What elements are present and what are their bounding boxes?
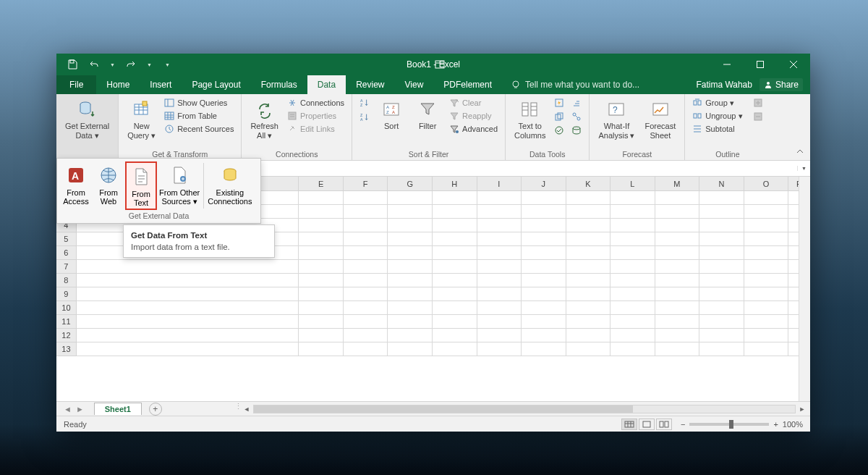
scroll-left-icon[interactable]: ◄ (242, 404, 252, 414)
cell[interactable] (744, 246, 789, 260)
cell[interactable] (522, 246, 566, 260)
cell[interactable] (299, 232, 344, 246)
cell[interactable] (388, 329, 433, 342)
cell[interactable] (477, 246, 522, 260)
what-if-analysis-button[interactable]: ? What-If Analysis ▾ (595, 97, 637, 141)
from-text-button[interactable]: From Text (125, 161, 157, 210)
cell[interactable] (477, 287, 522, 301)
ungroup-button[interactable]: Ungroup ▾ (691, 110, 744, 122)
cell[interactable] (344, 274, 388, 287)
cell[interactable] (388, 260, 433, 274)
cell[interactable] (388, 301, 433, 315)
cell[interactable] (610, 301, 655, 315)
cell[interactable] (477, 191, 522, 205)
column-header[interactable]: G (388, 177, 433, 191)
cell[interactable] (477, 274, 522, 287)
cell[interactable] (655, 232, 700, 246)
page-break-view-button[interactable] (656, 419, 672, 430)
sheet-nav-prev-icon[interactable]: ◄ (64, 405, 72, 413)
sheet-nav-next-icon[interactable]: ► (76, 405, 84, 413)
cell[interactable] (655, 219, 700, 232)
cell[interactable] (344, 301, 388, 315)
cell[interactable] (433, 219, 477, 232)
cell[interactable] (477, 205, 522, 219)
cell[interactable] (299, 274, 344, 287)
new-sheet-button[interactable]: + (149, 403, 162, 416)
cell[interactable] (522, 315, 566, 329)
column-header[interactable]: I (477, 177, 522, 191)
cell[interactable] (299, 191, 344, 205)
row-header[interactable]: 9 (56, 287, 77, 301)
cell[interactable] (610, 329, 655, 342)
cell[interactable] (699, 301, 744, 315)
row-header[interactable]: 12 (56, 329, 77, 342)
manage-data-model-button[interactable] (570, 125, 583, 136)
cell[interactable] (522, 342, 566, 356)
cell[interactable] (299, 260, 344, 274)
cell[interactable] (344, 232, 388, 246)
cell[interactable] (566, 315, 611, 329)
cell[interactable] (566, 287, 611, 301)
cell[interactable] (744, 232, 789, 246)
cell[interactable] (388, 274, 433, 287)
cell[interactable] (566, 205, 611, 219)
column-header[interactable]: L (610, 177, 655, 191)
cell[interactable] (522, 205, 566, 219)
sort-ascending-button[interactable]: AZ (358, 97, 371, 109)
cell[interactable] (433, 342, 477, 356)
cell[interactable] (522, 232, 566, 246)
column-header[interactable]: J (522, 177, 566, 191)
cell[interactable] (299, 205, 344, 219)
cell[interactable] (566, 191, 611, 205)
undo-icon[interactable] (88, 59, 100, 70)
cell[interactable] (433, 329, 477, 342)
undo-dropdown-icon[interactable]: ▼ (110, 62, 115, 67)
cell[interactable] (477, 301, 522, 315)
cell[interactable] (699, 342, 744, 356)
recent-sources-button[interactable]: Recent Sources (163, 123, 235, 135)
row-header[interactable]: 10 (56, 301, 77, 315)
tab-view[interactable]: View (395, 75, 434, 94)
cell[interactable] (610, 260, 655, 274)
cell[interactable] (655, 342, 700, 356)
cell[interactable] (77, 329, 299, 342)
cell[interactable] (299, 301, 344, 315)
cell[interactable] (699, 315, 744, 329)
existing-connections-button[interactable]: Existing Connections (206, 161, 253, 210)
cell[interactable] (522, 329, 566, 342)
column-header[interactable]: F (344, 177, 388, 191)
cell[interactable] (388, 205, 433, 219)
cell[interactable] (299, 315, 344, 329)
cell[interactable] (610, 287, 655, 301)
cell[interactable] (388, 219, 433, 232)
cell[interactable] (655, 191, 700, 205)
cell[interactable] (655, 301, 700, 315)
collapse-ribbon-icon[interactable] (796, 147, 806, 157)
from-other-sources-button[interactable]: From Other Sources ▾ (158, 161, 201, 210)
cell[interactable] (655, 246, 700, 260)
cell[interactable] (566, 260, 611, 274)
cell[interactable] (344, 191, 388, 205)
cell[interactable] (77, 301, 299, 315)
from-web-button[interactable]: From Web (93, 161, 124, 210)
close-button[interactable] (777, 54, 810, 75)
cell[interactable] (699, 246, 744, 260)
cell[interactable] (433, 205, 477, 219)
cell[interactable] (744, 301, 789, 315)
group-rows-button[interactable]: Group ▾ (691, 97, 744, 109)
sort-button[interactable]: AZZA Sort (375, 97, 407, 133)
cell[interactable] (344, 287, 388, 301)
cell[interactable] (433, 301, 477, 315)
text-to-columns-button[interactable]: Text to Columns (511, 97, 548, 141)
cell[interactable] (522, 287, 566, 301)
cell[interactable] (744, 219, 789, 232)
tab-file[interactable]: File (56, 75, 96, 94)
cell[interactable] (344, 315, 388, 329)
tab-review[interactable]: Review (346, 75, 394, 94)
page-layout-view-button[interactable] (639, 419, 655, 430)
account-name[interactable]: Fatima Wahab (696, 80, 752, 90)
row-header[interactable]: 6 (56, 246, 77, 260)
cell[interactable] (477, 232, 522, 246)
cell[interactable] (610, 246, 655, 260)
zoom-in-button[interactable]: + (773, 420, 778, 429)
